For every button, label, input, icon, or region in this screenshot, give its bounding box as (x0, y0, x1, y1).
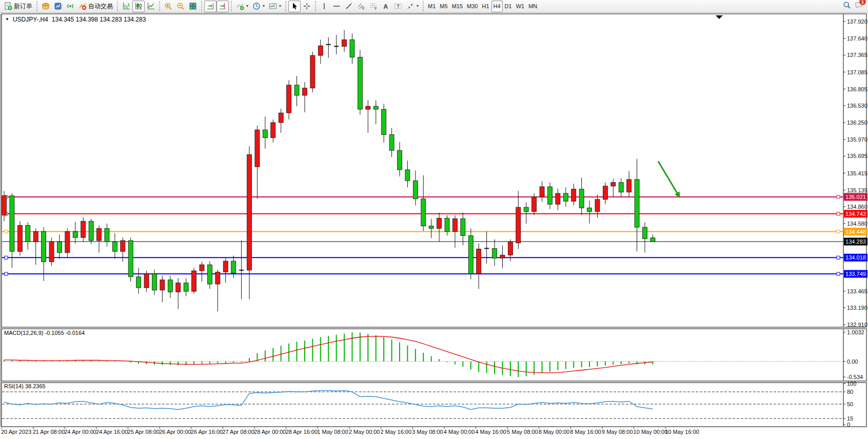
line-anchor[interactable] (837, 212, 840, 215)
candle-body (279, 113, 283, 123)
candle-body (160, 280, 165, 290)
timeframe-h1-button[interactable]: H1 (480, 1, 491, 12)
cursor-button[interactable] (288, 1, 301, 12)
search-button[interactable] (843, 1, 851, 11)
toolbar-separator (231, 1, 232, 11)
timeframe-label: H4 (494, 4, 501, 9)
rsi-axis-label: 100 (847, 381, 856, 387)
auto-scroll-button[interactable] (204, 1, 216, 12)
indicators-button[interactable]: ▾ (234, 1, 250, 12)
signals-button[interactable] (64, 1, 76, 12)
trendline-button[interactable] (343, 1, 355, 12)
market-watch-button[interactable] (52, 1, 64, 12)
candle-body (468, 236, 473, 274)
tile-windows-button[interactable] (187, 1, 199, 12)
bar-chart-button[interactable] (120, 1, 132, 12)
tile-windows-icon (189, 2, 197, 10)
line-chart-button[interactable] (145, 1, 157, 12)
arrows-button[interactable]: ▾ (404, 1, 421, 12)
templates-dropdown-caret[interactable]: ▾ (279, 4, 281, 8)
candle-body (650, 238, 655, 242)
candle-body (65, 231, 70, 252)
rsi-panel[interactable] (2, 383, 866, 427)
toolbar-separator (117, 1, 118, 11)
indicators-dropdown-caret[interactable]: ▾ (246, 4, 248, 8)
fibonacci-button[interactable]: F (367, 1, 380, 12)
line-anchor[interactable] (5, 256, 8, 259)
history-center-icon (42, 2, 50, 10)
toolbar-separator (423, 1, 424, 11)
text-button[interactable]: A (380, 1, 392, 12)
price-panel[interactable] (2, 14, 866, 327)
timeframe-label: M1 (428, 4, 436, 9)
price-tick-label: 134.580 (847, 221, 867, 227)
candle-body (643, 227, 647, 238)
candlestick-chart-button[interactable] (132, 1, 145, 12)
vertical-line-icon (320, 2, 328, 10)
algo-trading-button[interactable]: 自动交易 (76, 1, 115, 12)
time-axis-label: 10 May 16:00 (665, 429, 699, 435)
candle-body (556, 193, 560, 204)
line-anchor[interactable] (5, 272, 8, 275)
candle-body (587, 208, 592, 211)
line-anchor[interactable] (837, 272, 840, 275)
periods-dropdown-caret[interactable]: ▾ (263, 4, 265, 8)
candle-body (635, 179, 639, 227)
timeframe-m1-button[interactable]: M1 (426, 1, 438, 12)
price-tick-label: 133.465 (847, 288, 867, 294)
macd-panel[interactable] (2, 329, 866, 381)
search-icon (843, 1, 851, 11)
bar-chart-icon (122, 2, 130, 10)
toolbar-separator (36, 1, 37, 11)
chart-canvas[interactable]: 137.920137.640137.365137.085136.805136.5… (0, 13, 868, 439)
price-tick-label: 134.860 (847, 204, 867, 210)
timeframe-w1-button[interactable]: W1 (514, 1, 527, 12)
macd-axis-label: 1.0032 (847, 329, 864, 335)
candle-body (461, 219, 465, 236)
templates-button[interactable]: ▾ (267, 1, 283, 12)
vertical-line-button[interactable] (318, 1, 330, 12)
zoom-out-button[interactable] (174, 1, 187, 12)
line-anchor[interactable] (837, 195, 840, 198)
new-order-button[interactable]: 新订单 (2, 1, 34, 12)
timeframe-mn-button[interactable]: MN (526, 1, 539, 12)
text-label-button[interactable]: T (392, 1, 404, 12)
line-anchor[interactable] (837, 230, 840, 233)
rsi-axis-label: 50 (847, 401, 853, 407)
time-axis-label: 25 Apr 08:00 (128, 429, 160, 435)
svg-text:E: E (362, 6, 365, 10)
candle-body (421, 199, 426, 226)
timeframe-h4-button[interactable]: H4 (491, 1, 503, 12)
arrows-dropdown-caret[interactable]: ▾ (417, 4, 419, 8)
candle-body (57, 242, 62, 252)
line-anchor[interactable] (837, 256, 840, 259)
notifications-button[interactable]: 1 (855, 1, 863, 11)
crosshair-button[interactable] (301, 1, 313, 12)
trendline-icon (345, 2, 353, 10)
candle-body (429, 226, 433, 229)
time-axis-label: 26 Apr 00:00 (159, 429, 191, 435)
periods-button[interactable]: ▾ (250, 1, 267, 12)
toolbar-separator (315, 1, 316, 11)
equidistant-channel-button[interactable]: E (355, 1, 367, 12)
algo-trading-icon (78, 2, 87, 10)
chart-workspace: 137.920137.640137.365137.085136.805136.5… (0, 13, 868, 439)
main-toolbar: 新订单自动交易▾▾▾EFAT▾M1M5M15M30H1H4D1W1MN1 (0, 0, 868, 13)
one-click-trading-arrow[interactable]: ▼ (5, 17, 9, 22)
timeframe-label: MN (528, 4, 537, 9)
zoom-in-button[interactable] (162, 1, 174, 12)
timeframe-m30-button[interactable]: M30 (465, 1, 480, 12)
time-axis-label: 3 May 08:00 (412, 429, 443, 435)
line-anchor[interactable] (5, 230, 8, 233)
candle-body (271, 123, 275, 137)
price-tick-label: 137.920 (847, 18, 867, 25)
timeframe-label: H1 (482, 4, 489, 9)
timeframe-d1-button[interactable]: D1 (503, 1, 514, 12)
chart-shift-button[interactable] (216, 1, 229, 12)
horizontal-line-button[interactable] (330, 1, 343, 12)
timeframe-m15-button[interactable]: M15 (450, 1, 465, 12)
history-center-button[interactable] (40, 1, 52, 12)
timeframe-m5-button[interactable]: M5 (438, 1, 449, 12)
time-axis-label: 24 Apr 16:00 (96, 429, 128, 435)
toolbar-separator (159, 1, 160, 11)
